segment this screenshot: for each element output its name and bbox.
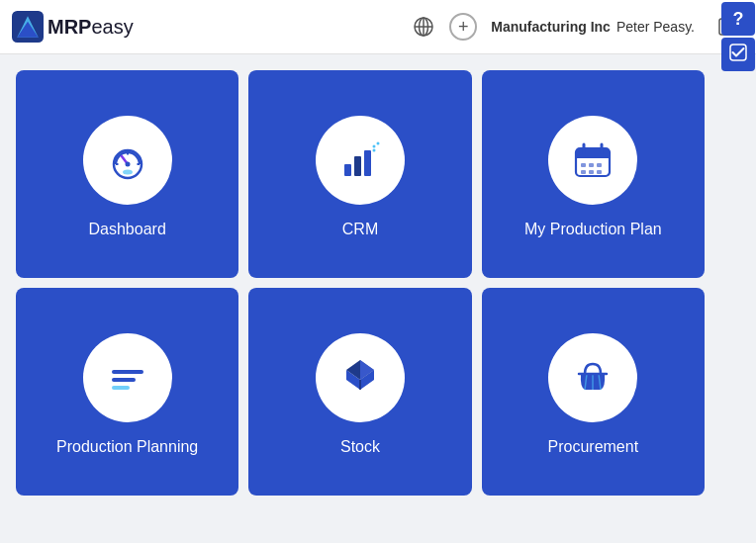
procurement-icon	[567, 352, 618, 404]
svg-rect-18	[354, 156, 361, 176]
globe-button[interactable]	[408, 11, 439, 43]
crm-icon	[334, 135, 386, 186]
svg-rect-32	[589, 170, 594, 174]
company-name: Manufacturing Inc	[491, 19, 611, 35]
svg-rect-31	[581, 170, 586, 174]
svg-point-12	[125, 162, 130, 167]
dashboard-icon-circle	[83, 116, 172, 205]
svg-point-22	[372, 149, 375, 152]
add-button[interactable]: +	[449, 13, 477, 41]
header-company: Manufacturing Inc Peter Peasy.	[491, 19, 695, 35]
check-icon	[729, 44, 747, 65]
help-button[interactable]: ?	[721, 2, 755, 36]
production-planning-icon	[102, 352, 153, 404]
main-content: Dashboard CRM	[0, 54, 720, 511]
procurement-icon-circle	[548, 333, 637, 422]
procurement-card[interactable]: Procurement	[482, 288, 705, 496]
crm-icon-circle	[316, 116, 405, 205]
svg-point-16	[123, 170, 133, 175]
svg-rect-25	[576, 154, 610, 158]
stock-icon	[334, 352, 386, 404]
svg-rect-30	[597, 163, 602, 167]
svg-point-21	[376, 142, 379, 145]
production-plan-icon-circle	[548, 116, 637, 205]
dashboard-label: Dashboard	[89, 221, 166, 238]
logo-area: MRPeasy	[12, 11, 134, 43]
svg-rect-34	[112, 370, 143, 374]
grid-row-2: Production Planning Stock	[16, 288, 705, 496]
svg-rect-17	[344, 164, 351, 176]
stock-label: Stock	[340, 438, 380, 456]
header: MRPeasy + Manufacturing Inc Peter Peasy.	[0, 0, 756, 54]
logo-icon	[12, 11, 44, 43]
plus-icon: +	[458, 18, 469, 36]
right-sidebar: ?	[720, 0, 756, 543]
production-planning-card[interactable]: Production Planning	[16, 288, 238, 496]
calendar-icon	[567, 135, 618, 186]
stock-card[interactable]: Stock	[248, 288, 471, 496]
crm-label: CRM	[342, 221, 378, 238]
user-name: Peter Peasy.	[616, 19, 695, 35]
svg-point-20	[372, 145, 375, 148]
header-center: + Manufacturing Inc Peter Peasy.	[408, 11, 744, 43]
svg-rect-35	[112, 378, 136, 382]
svg-rect-19	[364, 150, 371, 176]
globe-icon	[413, 16, 434, 38]
production-planning-icon-circle	[83, 333, 172, 422]
procurement-label: Procurement	[548, 438, 639, 456]
crm-card[interactable]: CRM	[248, 70, 471, 278]
svg-rect-36	[112, 386, 130, 390]
svg-rect-28	[581, 163, 586, 167]
svg-rect-29	[589, 163, 594, 167]
question-icon: ?	[733, 9, 744, 30]
dashboard-icon	[102, 135, 153, 186]
production-planning-label: Production Planning	[56, 438, 198, 456]
production-plan-label: My Production Plan	[524, 221, 662, 238]
production-plan-card[interactable]: My Production Plan	[482, 70, 705, 278]
logo-text: MRPeasy	[47, 16, 134, 39]
check-button[interactable]	[721, 38, 755, 71]
svg-rect-33	[597, 170, 602, 174]
grid-row-1: Dashboard CRM	[16, 70, 705, 278]
dashboard-card[interactable]: Dashboard	[16, 70, 238, 278]
stock-icon-circle	[316, 333, 405, 422]
